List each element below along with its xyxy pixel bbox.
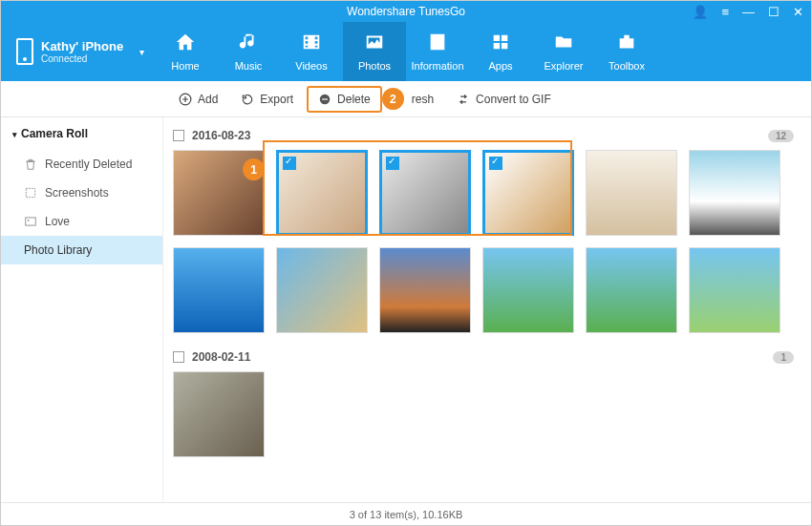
sidebar-head-camera-roll[interactable]: Camera Roll [1, 117, 162, 150]
group-date: 2016-08-23 [192, 129, 250, 142]
nav-apps[interactable]: Apps [469, 22, 532, 81]
minus-icon [318, 93, 331, 106]
close-icon[interactable]: ✕ [793, 5, 803, 19]
app-title: Wondershare TunesGo [347, 5, 465, 18]
nav-label: Photos [358, 60, 391, 72]
photo-thumb[interactable] [173, 371, 265, 457]
export-button[interactable]: Export [231, 88, 303, 111]
nav-label: Music [235, 60, 263, 72]
nav-toolbox[interactable]: Toolbox [595, 22, 658, 81]
photo-thumb[interactable] [689, 247, 780, 333]
toolbar-label: Delete [337, 93, 371, 106]
svg-rect-3 [26, 188, 34, 197]
sidebar: Camera Roll Recently Deleted Screenshots… [1, 117, 163, 502]
toolbar: Add Export Delete 2 resh Convert to GIF [1, 81, 811, 117]
group-head: 2008-02-11 1 [173, 347, 794, 371]
nav-information[interactable]: Information [406, 22, 469, 81]
device-name: Kathy' iPhone [41, 39, 123, 53]
toolbox-icon [615, 32, 638, 56]
nav-label: Explorer [545, 60, 584, 72]
phone-icon [16, 38, 33, 65]
nav-label: Toolbox [609, 60, 645, 72]
chevron-down-icon: ▾ [139, 47, 144, 57]
photo-thumb[interactable] [586, 150, 677, 236]
sidebar-item-label: Love [45, 215, 70, 228]
photo-thumb[interactable] [276, 150, 368, 236]
user-icon[interactable]: 👤 [693, 5, 708, 19]
music-icon [237, 32, 260, 56]
menu-icon[interactable]: ≡ [721, 5, 729, 19]
refresh-button[interactable]: resh [412, 88, 443, 111]
photos-icon [363, 32, 386, 56]
apps-icon [489, 32, 512, 56]
nav-label: Home [171, 60, 199, 72]
callout-step-2: 2 [382, 88, 404, 110]
status-bar: 3 of 13 item(s), 10.16KB [1, 502, 811, 525]
selected-check-icon [283, 157, 296, 170]
nav-label: Videos [295, 60, 327, 72]
explorer-icon [552, 32, 575, 56]
group-count: 12 [768, 130, 794, 142]
svg-rect-2 [322, 98, 328, 99]
photo-thumb[interactable] [482, 150, 574, 236]
videos-icon [300, 32, 323, 56]
info-icon [426, 32, 449, 56]
photo-thumb[interactable] [276, 247, 368, 333]
photo-thumb[interactable] [173, 247, 265, 333]
toolbar-label: Add [198, 93, 218, 106]
trash-icon [24, 158, 37, 171]
plus-icon [179, 93, 192, 106]
group-head: 2016-08-23 12 [173, 125, 794, 150]
photo-thumb[interactable] [586, 247, 677, 333]
svg-rect-4 [26, 218, 36, 225]
nav-label: Information [411, 60, 463, 72]
sidebar-item-recently-deleted[interactable]: Recently Deleted [1, 150, 162, 179]
device-status: Connected [41, 53, 123, 64]
photo-thumb[interactable] [379, 247, 471, 333]
group-checkbox[interactable] [173, 351, 184, 363]
nav-home[interactable]: Home [154, 22, 217, 81]
device-selector[interactable]: Kathy' iPhone Connected ▾ [1, 38, 154, 65]
nav-explorer[interactable]: Explorer [532, 22, 595, 81]
sidebar-item-label: Photo Library [24, 243, 92, 257]
nav-music[interactable]: Music [217, 22, 280, 81]
sidebar-item-label: Screenshots [45, 186, 109, 200]
sidebar-item-photo-library[interactable]: Photo Library [1, 236, 162, 264]
toolbar-label: resh [412, 93, 434, 106]
selected-check-icon [386, 157, 399, 170]
nav-photos[interactable]: Photos [343, 22, 406, 81]
selected-check-icon [489, 157, 502, 170]
screenshot-icon [24, 186, 37, 200]
sidebar-item-screenshots[interactable]: Screenshots [1, 179, 162, 207]
home-icon [174, 32, 197, 56]
minimize-icon[interactable]: — [742, 5, 755, 19]
header-nav: Kathy' iPhone Connected ▾ Home Music Vid… [1, 22, 811, 81]
nav-label: Apps [488, 60, 512, 72]
maximize-icon[interactable]: ☐ [768, 5, 780, 19]
photo-grid: 2016-08-23 12 2008-02-11 1 [163, 117, 811, 502]
delete-button[interactable]: Delete [307, 86, 382, 113]
photo-thumb[interactable] [689, 150, 780, 236]
sidebar-item-love[interactable]: Love [1, 207, 162, 236]
toolbar-label: Convert to GIF [476, 93, 551, 106]
convert-gif-button[interactable]: Convert to GIF [447, 88, 561, 111]
export-icon [241, 93, 254, 106]
convert-icon [457, 93, 470, 106]
nav-videos[interactable]: Videos [280, 22, 343, 81]
status-text: 3 of 13 item(s), 10.16KB [350, 509, 463, 520]
group-date: 2008-02-11 [192, 350, 250, 364]
group-count: 1 [773, 351, 794, 364]
add-button[interactable]: Add [169, 88, 227, 111]
photo-thumb[interactable] [173, 150, 265, 236]
photo-thumb[interactable] [482, 247, 574, 333]
group-checkbox[interactable] [173, 130, 184, 141]
sidebar-item-label: Recently Deleted [45, 158, 132, 171]
image-icon [24, 215, 37, 228]
svg-point-5 [28, 220, 30, 221]
toolbar-label: Export [260, 93, 293, 106]
title-bar: Wondershare TunesGo 👤 ≡ — ☐ ✕ [1, 1, 811, 22]
photo-thumb[interactable] [379, 150, 471, 236]
